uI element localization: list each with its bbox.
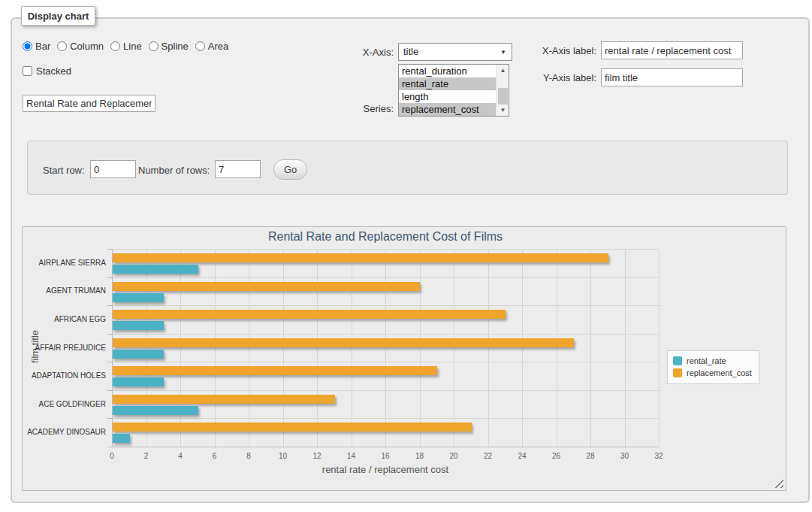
legend-item-rental_rate[interactable]: rental_rate [673, 355, 752, 367]
bar-rental_rate [113, 406, 198, 415]
chart-type-group: BarColumnLineSplineArea [23, 41, 235, 52]
x-tick-label: 16 [374, 452, 397, 460]
chart-type-radio-spline[interactable] [149, 41, 158, 51]
y-axis-line [112, 249, 113, 447]
gridline-vertical [180, 249, 181, 447]
gridline-vertical [317, 249, 318, 447]
bar-replacement_cost [113, 423, 472, 432]
gridline-vertical [420, 249, 421, 447]
chart-type-option-spline[interactable]: Spline [149, 41, 189, 52]
gridline-horizontal [112, 277, 659, 278]
gridline-horizontal [112, 418, 659, 419]
number-of-rows-label: Number of rows: [138, 165, 210, 176]
x-tick-label: 4 [169, 452, 192, 460]
chart-x-axis-title: rental rate / replacement cost [112, 464, 659, 475]
bar-replacement_cost [113, 395, 335, 404]
gridline-vertical [283, 249, 284, 447]
legend-swatch-icon [673, 368, 682, 377]
display-chart-app: Display chart BarColumnLineSplineArea St… [0, 0, 812, 512]
chart-type-radio-column[interactable] [57, 41, 67, 51]
bar-rental_rate [113, 321, 164, 330]
series-option-rental_duration[interactable]: rental_duration [399, 65, 496, 77]
chart-type-option-line[interactable]: Line [110, 41, 142, 52]
x-tick-label: 22 [477, 452, 500, 460]
x-axis-line [112, 447, 660, 447]
chart-type-option-column[interactable]: Column [57, 41, 104, 52]
category-label: AIRPLANE SIERRA [23, 259, 106, 267]
x-tick-label: 12 [306, 452, 328, 460]
legend-item-replacement_cost[interactable]: replacement_cost [673, 367, 752, 379]
series-option-length[interactable]: length [399, 90, 496, 103]
x-tick-label: 18 [409, 452, 431, 460]
x-tick-label: 14 [340, 452, 363, 460]
chart-title: Rental Rate and Replacement Cost of Film… [112, 230, 659, 244]
bar-replacement_cost [113, 253, 608, 262]
gridline-vertical [522, 249, 523, 447]
x-tick-label: 32 [647, 452, 670, 460]
gridline-vertical [625, 249, 626, 447]
x-tick-label: 2 [135, 452, 158, 460]
row-controls-box: Start row: Number of rows: Go [27, 141, 788, 195]
go-button[interactable]: Go [273, 159, 307, 180]
x-axis-label-input[interactable] [601, 41, 743, 59]
category-label: ACADEMY DINOSAUR [23, 428, 106, 436]
y-axis-label-input[interactable] [601, 68, 743, 86]
gridline-vertical [557, 249, 557, 447]
chart-type-option-area[interactable]: Area [195, 41, 228, 52]
category-label: AGENT TRUMAN [23, 286, 106, 295]
gridline-horizontal [112, 390, 659, 391]
gridline-vertical [659, 249, 660, 447]
gridline-horizontal [112, 249, 659, 250]
chart-type-option-label: Column [70, 41, 104, 52]
gridline-vertical [146, 249, 147, 447]
number-of-rows-input[interactable] [215, 160, 261, 178]
gridline-vertical [249, 249, 249, 447]
gridline-horizontal [112, 305, 659, 306]
bar-replacement_cost [113, 310, 506, 319]
x-tick-label: 28 [579, 452, 602, 460]
category-label: AFRICAN EGG [23, 315, 106, 323]
chart-area: Rental Rate and Replacement Cost of Film… [23, 227, 786, 490]
stacked-checkbox[interactable] [23, 66, 32, 76]
x-tick-label: 10 [272, 452, 294, 460]
x-axis-selected-value: title [403, 46, 418, 57]
series-listbox-options: rental_durationrental_ratelengthreplacem… [399, 65, 496, 116]
chart-panel: Rental Rate and Replacement Cost of Film… [22, 226, 786, 491]
gridline-vertical [215, 249, 216, 447]
x-tick-label: 0 [101, 452, 123, 460]
start-row-input[interactable] [90, 160, 136, 178]
legend-swatch-icon [673, 356, 682, 365]
gridline-vertical [454, 249, 454, 447]
bar-rental_rate [113, 293, 164, 302]
series-option-rental_rate[interactable]: rental_rate [399, 77, 496, 90]
gridline-horizontal [112, 362, 659, 362]
gridline-vertical [385, 249, 386, 447]
scroll-down-icon[interactable]: ▼ [497, 105, 509, 116]
x-tick-label: 8 [237, 452, 260, 460]
x-tick-label: 6 [204, 452, 226, 460]
series-option-replacement_cost[interactable]: replacement_cost [399, 103, 496, 116]
legend-label: replacement_cost [687, 368, 752, 377]
chart-type-option-label: Area [208, 41, 228, 52]
chart-type-radio-area[interactable] [195, 41, 205, 51]
gridline-vertical [488, 249, 489, 447]
chart-type-radio-line[interactable] [110, 41, 120, 51]
gridline-horizontal [112, 334, 659, 335]
x-tick-label: 24 [511, 452, 533, 460]
scrollbar-thumb[interactable] [498, 88, 508, 105]
legend-label: rental_rate [687, 356, 726, 365]
stacked-label: Stacked [36, 65, 71, 77]
category-label: ACE GOLDFINGER [23, 400, 106, 408]
chart-type-option-bar[interactable]: Bar [23, 41, 50, 52]
bar-replacement_cost [113, 282, 420, 291]
gridline-vertical [590, 249, 591, 447]
bar-rental_rate [113, 265, 198, 274]
bar-rental_rate [113, 377, 164, 386]
x-axis-select-label: X-Axis: [303, 47, 394, 58]
chart-type-radio-bar[interactable] [23, 41, 32, 51]
x-axis-label-label: X-Axis label: [491, 45, 596, 56]
stacked-option[interactable]: Stacked [23, 65, 71, 77]
x-tick-label: 30 [614, 452, 636, 460]
chart-title-input[interactable] [23, 95, 155, 112]
y-axis-label-label: Y-Axis label: [491, 72, 596, 83]
